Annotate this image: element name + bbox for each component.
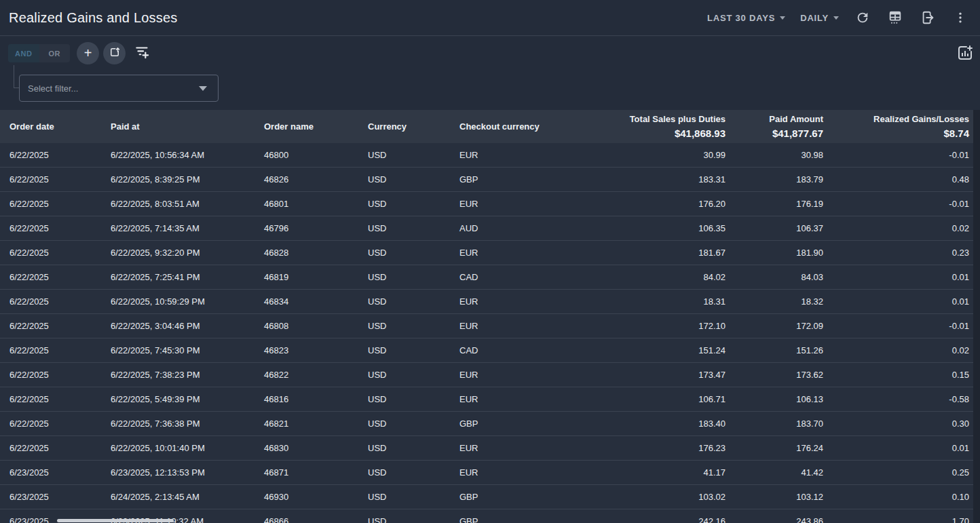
- cell-checkout-currency: EUR: [459, 199, 563, 209]
- cell-order-date: 6/22/2025: [10, 345, 111, 355]
- table-view-button[interactable]: [886, 9, 904, 26]
- cell-currency: USD: [368, 248, 459, 258]
- cell-order-date: 6/22/2025: [10, 419, 111, 429]
- column-header-total-sales[interactable]: Total Sales plus Duties $41,868.93: [563, 113, 725, 140]
- add-group-button[interactable]: [103, 42, 126, 64]
- cell-order-date: 6/22/2025: [10, 272, 111, 282]
- cell-total-sales: 242.16: [563, 516, 725, 523]
- column-header-paid-amount[interactable]: Paid Amount $41,877.67: [725, 113, 823, 140]
- cell-order-name: 46834: [264, 296, 368, 307]
- cell-order-name: 46930: [264, 492, 368, 502]
- plus-icon: +: [84, 46, 92, 60]
- paid-amount-label: Paid Amount: [769, 113, 823, 125]
- cell-paid-amount: 106.13: [725, 394, 823, 404]
- and-or-toggle: AND OR: [8, 44, 70, 62]
- vertical-scrollbar[interactable]: [973, 110, 980, 523]
- cell-order-date: 6/22/2025: [10, 248, 111, 258]
- cell-total-sales: 176.20: [563, 199, 725, 209]
- cell-total-sales: 30.99: [563, 150, 725, 160]
- table-row: 6/22/2025 6/22/2025, 10:01:40 PM 46830 U…: [0, 436, 980, 461]
- cell-paid-at: 6/22/2025, 5:49:39 PM: [111, 394, 264, 404]
- cell-realized: 0.30: [823, 419, 969, 429]
- page-title: Realized Gains and Losses: [9, 10, 177, 26]
- cell-order-name: 46871: [264, 467, 368, 478]
- cell-realized: -0.58: [823, 394, 969, 404]
- cell-paid-amount: 172.09: [725, 321, 823, 331]
- table-row: 6/22/2025 6/22/2025, 5:49:39 PM 46816 US…: [0, 387, 980, 412]
- cell-total-sales: 181.67: [563, 248, 725, 258]
- add-chart-button[interactable]: [956, 45, 973, 62]
- column-header-currency[interactable]: Currency: [368, 121, 459, 132]
- cell-paid-amount: 183.79: [725, 174, 823, 185]
- cell-total-sales: 151.24: [563, 345, 725, 355]
- table-body: 6/22/2025 6/22/2025, 10:56:34 AM 46800 U…: [0, 143, 980, 523]
- cell-paid-at: 6/22/2025, 10:01:40 PM: [111, 443, 264, 453]
- table-row: 6/23/2025 6/24/2025, 2:13:45 AM 46930 US…: [0, 485, 980, 509]
- top-bar-controls: LAST 30 DAYS DAILY: [707, 9, 969, 26]
- total-sales-total: $41,868.93: [675, 126, 725, 140]
- cell-order-date: 6/22/2025: [10, 296, 111, 307]
- cell-paid-at: 6/22/2025, 9:32:20 PM: [111, 248, 264, 258]
- cell-paid-at: 6/22/2025, 7:36:38 PM: [111, 419, 264, 429]
- table-row: 6/22/2025 6/22/2025, 7:38:23 PM 46822 US…: [0, 363, 980, 387]
- cell-checkout-currency: EUR: [459, 467, 563, 478]
- cell-paid-at: 6/22/2025, 7:25:41 PM: [111, 272, 264, 282]
- table-row: 6/22/2025 6/22/2025, 3:04:46 PM 46808 US…: [0, 314, 980, 338]
- cell-realized: 0.25: [823, 467, 969, 478]
- cell-paid-amount: 41.42: [725, 467, 823, 478]
- table-row: 6/22/2025 6/22/2025, 7:36:38 PM 46821 US…: [0, 412, 980, 436]
- horizontal-scrollbar-thumb[interactable]: [57, 519, 174, 522]
- column-header-checkout-currency[interactable]: Checkout currency: [459, 121, 563, 132]
- cell-order-name: 46828: [264, 248, 368, 258]
- cell-realized: -0.01: [823, 199, 969, 209]
- cell-checkout-currency: EUR: [459, 321, 563, 331]
- cell-order-name: 46819: [264, 272, 368, 282]
- column-header-paid-at[interactable]: Paid at: [111, 121, 264, 132]
- cell-currency: USD: [368, 419, 459, 429]
- cell-paid-at: 6/22/2025, 10:56:34 AM: [111, 150, 264, 160]
- dropdown-caret-icon: [199, 86, 207, 91]
- cell-paid-amount: 106.37: [725, 223, 823, 233]
- cell-order-name: 46821: [264, 419, 368, 429]
- cell-realized: -0.01: [823, 150, 969, 160]
- add-filter-button[interactable]: [133, 44, 152, 63]
- cell-paid-at: 6/22/2025, 7:14:35 AM: [111, 223, 264, 233]
- cell-checkout-currency: CAD: [459, 272, 563, 282]
- cell-total-sales: 183.31: [563, 174, 725, 185]
- or-toggle-button[interactable]: OR: [39, 44, 71, 62]
- and-toggle-button[interactable]: AND: [8, 44, 39, 62]
- realized-total: $8.74: [943, 126, 969, 140]
- cell-paid-amount: 176.19: [725, 199, 823, 209]
- cell-currency: USD: [368, 174, 459, 185]
- report-table: Order date Paid at Order name Currency C…: [0, 110, 980, 523]
- cell-total-sales: 106.71: [563, 394, 725, 404]
- cell-total-sales: 176.23: [563, 443, 725, 453]
- refresh-icon: [855, 10, 870, 25]
- cell-order-name: 46796: [264, 223, 368, 233]
- refresh-button[interactable]: [854, 9, 871, 26]
- cell-paid-at: 6/24/2025, 2:13:45 AM: [111, 492, 264, 502]
- cell-currency: USD: [368, 443, 459, 453]
- cell-paid-at: 6/22/2025, 10:59:29 PM: [111, 296, 264, 307]
- cell-order-date: 6/22/2025: [10, 321, 111, 331]
- cell-checkout-currency: GBP: [459, 419, 563, 429]
- date-range-dropdown[interactable]: LAST 30 DAYS: [707, 13, 785, 23]
- report-page: Realized Gains and Losses LAST 30 DAYS D…: [0, 0, 980, 523]
- cell-order-date: 6/23/2025: [10, 492, 111, 502]
- column-header-order-date[interactable]: Order date: [10, 121, 111, 132]
- cell-order-date: 6/22/2025: [10, 199, 111, 209]
- column-header-realized[interactable]: Realized Gains/Losses $8.74: [823, 113, 969, 140]
- export-button[interactable]: [919, 9, 937, 26]
- more-menu-button[interactable]: [951, 9, 969, 26]
- cell-order-date: 6/22/2025: [10, 174, 111, 185]
- cell-currency: USD: [368, 516, 459, 523]
- select-filter-dropdown[interactable]: Select filter...: [19, 75, 219, 102]
- column-header-order-name[interactable]: Order name: [264, 121, 368, 132]
- cell-order-date: 6/22/2025: [10, 370, 111, 380]
- granularity-dropdown[interactable]: DAILY: [800, 13, 839, 23]
- cell-currency: USD: [368, 467, 459, 478]
- add-condition-button[interactable]: +: [77, 42, 99, 64]
- cell-checkout-currency: EUR: [459, 150, 563, 160]
- cell-order-name: 46823: [264, 345, 368, 355]
- cell-order-date: 6/22/2025: [10, 394, 111, 404]
